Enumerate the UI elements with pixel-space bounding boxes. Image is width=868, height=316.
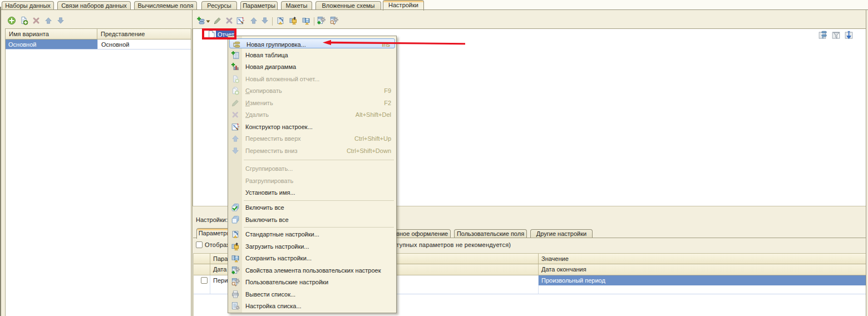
- move-up-button[interactable]: [249, 16, 259, 26]
- menu-item-20[interactable]: Пользовательские настройки: [229, 276, 396, 288]
- menu-item-label: Установить имя...: [245, 189, 295, 196]
- tab-6[interactable]: Макеты: [281, 1, 312, 9]
- enable-all-icon: [231, 203, 240, 212]
- tab-2[interactable]: Связи наборов данных: [57, 1, 131, 9]
- arrow-down-pale-icon: [231, 146, 240, 155]
- menu-item-2[interactable]: Новая таблица: [229, 50, 396, 61]
- tab-label: Вычисляемые поля: [138, 2, 194, 9]
- param-value-cell[interactable]: Произвольный период: [539, 275, 866, 285]
- menu-item-15[interactable]: Выключить все: [229, 214, 396, 226]
- standard-settings-button[interactable]: [275, 16, 285, 26]
- param-value-cell[interactable]: [539, 285, 866, 294]
- sort-quick-button[interactable]: [845, 31, 854, 40]
- pencil-pale-icon: [231, 98, 240, 107]
- params-column-header[interactable]: [194, 254, 210, 264]
- settings-page: Имя вариантаПредставлениеОсновнойОсновно…: [0, 10, 868, 316]
- arrow-up-icon: [249, 16, 258, 26]
- menu-item-shortcut: F9: [384, 87, 391, 94]
- menu-item-shortcut: Ctrl+Shift+Up: [354, 135, 391, 142]
- tab-5[interactable]: Параметры: [240, 1, 278, 9]
- user-settings-item-properties-button[interactable]: [316, 16, 326, 26]
- menu-item-13[interactable]: Установить имя...: [229, 187, 396, 199]
- menu-item-17[interactable]: Загрузить настройки...: [229, 241, 396, 253]
- print-list-icon: [231, 290, 240, 299]
- variants-table[interactable]: Имя вариантаПредставлениеОсновнойОсновно…: [5, 28, 191, 316]
- add-variant-button[interactable]: [7, 16, 17, 26]
- standard-settings-icon: [231, 230, 240, 239]
- menu-item-14[interactable]: Включить все: [229, 202, 396, 214]
- menu-item-8[interactable]: Конструктор настроек...: [229, 121, 396, 133]
- variant-name-cell[interactable]: Основной: [6, 40, 97, 50]
- menu-item-label: Загрузить настройки...: [245, 243, 309, 250]
- menu-item-label: Новая группировка...: [246, 41, 306, 48]
- param-use-checkbox[interactable]: [201, 277, 208, 284]
- menu-item-5: СкопироватьF9: [229, 85, 396, 97]
- tab-label: Макеты: [285, 2, 307, 9]
- column-header-variant-name[interactable]: Имя варианта: [6, 29, 97, 40]
- edit-button[interactable]: [213, 16, 223, 26]
- move-down-button[interactable]: [260, 16, 270, 26]
- user-settings-icon: [329, 16, 338, 26]
- tab-bar-baseline: [0, 9, 868, 10]
- tab-7[interactable]: Вложенные схемы: [315, 1, 381, 9]
- arrow-down-icon: [260, 16, 269, 26]
- menu-item-22[interactable]: Настройка списка...: [229, 300, 396, 312]
- menu-item-label: Свойства элемента пользовательских настр…: [245, 267, 381, 274]
- menu-item-16[interactable]: Стандартные настройки...: [229, 229, 396, 240]
- user-settings-props-icon: [317, 16, 326, 26]
- param-value-cell[interactable]: Дата окончания: [539, 264, 866, 275]
- settings-tab-6[interactable]: Пользовательские поля: [454, 229, 527, 238]
- structure-quick-button[interactable]: [818, 31, 828, 40]
- annotation-highlight-box: [202, 28, 236, 40]
- settings-tab-7[interactable]: Другие настройки: [530, 229, 593, 238]
- filter-quick-button[interactable]: [832, 31, 841, 40]
- tab-4[interactable]: Ресурсы: [201, 1, 237, 9]
- add-circle-icon: [7, 16, 16, 26]
- menu-item-label: Включить все: [245, 204, 284, 211]
- load-settings-button[interactable]: [288, 16, 298, 26]
- menu-item-label: Новая диаграмма: [245, 63, 296, 70]
- tab-1[interactable]: Наборы данных: [2, 1, 54, 9]
- new-grouping-icon: [232, 40, 241, 49]
- tab-label: Связи наборов данных: [61, 2, 127, 9]
- copy-variant-button[interactable]: [19, 16, 29, 26]
- tab-label: Параметры: [243, 2, 275, 9]
- save-settings-icon: [302, 16, 310, 26]
- delete-variant-button[interactable]: [31, 16, 41, 26]
- show-unavailable-checkbox[interactable]: [196, 241, 203, 248]
- menu-item-label: Новая таблица: [245, 52, 288, 58]
- menu-item-18[interactable]: Сохранить настройки...: [229, 253, 396, 264]
- menu-item-7: УдалитьAlt+Shift+Del: [229, 109, 396, 121]
- schema-tab-bar: Наборы данныхСвязи наборов данныхВычисля…: [0, 0, 868, 10]
- user-settings-button[interactable]: [329, 16, 339, 26]
- column-header-presentation[interactable]: Представление: [97, 29, 191, 40]
- menu-item-21[interactable]: Вывести список...: [229, 289, 396, 300]
- save-settings-button[interactable]: [301, 16, 311, 26]
- new-table-icon: [231, 51, 240, 60]
- menu-item-3[interactable]: Новая диаграмма: [229, 61, 396, 73]
- add-setting-item-button[interactable]: [196, 16, 206, 26]
- menu-item-19[interactable]: Свойства элемента пользовательских настр…: [229, 265, 396, 276]
- constructor-icon: [231, 122, 240, 131]
- save-settings-icon: [231, 254, 240, 263]
- variant-presentation-cell[interactable]: Основной: [97, 40, 191, 50]
- menu-item-shortcut: F2: [384, 100, 391, 106]
- menu-item-label: Сохранить настройки...: [245, 255, 312, 261]
- menu-item-label: Скопировать: [245, 87, 282, 94]
- menu-item-shortcut: Alt+Shift+Del: [356, 111, 391, 118]
- tab-3[interactable]: Вычисляемые поля: [134, 1, 197, 9]
- delete-x-pale-icon: [231, 110, 240, 119]
- toolbar-separator: [314, 17, 314, 26]
- window-right-border: [866, 10, 866, 316]
- move-variant-down-button[interactable]: [56, 16, 66, 26]
- delete-button[interactable]: [224, 16, 234, 26]
- params-column-header[interactable]: Значение: [539, 254, 866, 264]
- menu-item-shortcut: Ctrl+Shift+Down: [347, 147, 391, 154]
- delete-x-rose-icon: [32, 16, 41, 26]
- move-variant-up-button[interactable]: [43, 16, 53, 26]
- menu-item-label: Удалить: [245, 111, 269, 118]
- menu-item-label: Вывести список...: [245, 291, 295, 298]
- menu-item-label: Изменить: [245, 100, 273, 106]
- settings-constructor-button[interactable]: [235, 16, 245, 26]
- dropdown-arrow-icon[interactable]: [205, 18, 211, 24]
